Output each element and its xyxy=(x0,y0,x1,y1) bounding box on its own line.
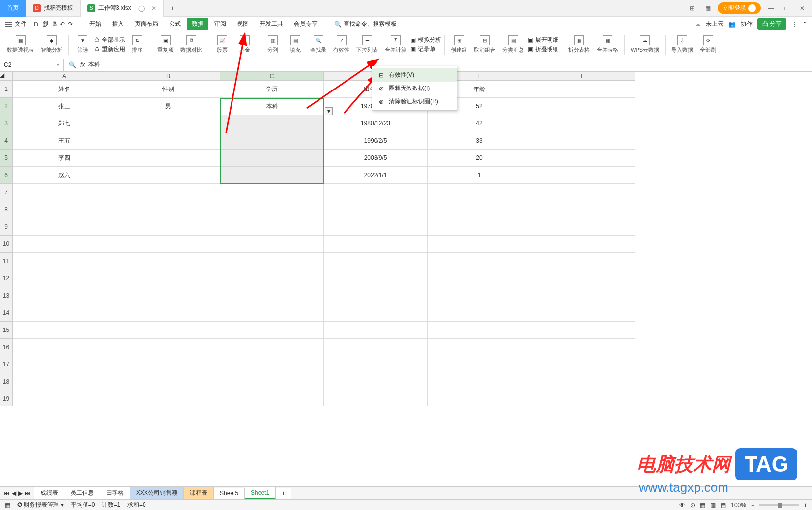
first-sheet-icon[interactable]: ⏮ xyxy=(4,490,10,497)
cell[interactable] xyxy=(531,115,635,132)
menu-layout[interactable]: 页面布局 xyxy=(130,18,163,30)
new-tab-button[interactable]: + xyxy=(164,0,181,17)
sheet-tab[interactable]: 成绩表 xyxy=(34,487,64,499)
chevron-down-icon[interactable]: ▾ xyxy=(57,61,59,68)
cell[interactable] xyxy=(13,236,116,253)
grid-icon[interactable]: ▦ xyxy=(702,2,714,14)
col-header-a[interactable]: A xyxy=(13,72,116,81)
command-search[interactable]: 🔍 查找命令、搜索模板 xyxy=(334,20,397,28)
cell[interactable] xyxy=(428,218,531,236)
fund-button[interactable]: ¥基金 xyxy=(234,32,256,57)
menu-clear-circles[interactable]: ⊗清除验证标识圈(R) xyxy=(372,95,457,108)
cell[interactable] xyxy=(428,287,531,304)
more-icon[interactable]: ⋮ xyxy=(791,21,797,28)
row-header[interactable]: 15 xyxy=(0,322,13,339)
cell[interactable] xyxy=(116,304,220,322)
prev-sheet-icon[interactable]: ◀ xyxy=(12,490,16,497)
cell[interactable] xyxy=(324,304,428,322)
cell[interactable] xyxy=(220,167,324,184)
template-tab[interactable]: D 找稻壳模板 xyxy=(26,0,81,17)
cell[interactable] xyxy=(428,390,531,406)
cell[interactable] xyxy=(428,236,531,253)
cell[interactable] xyxy=(220,184,324,201)
consolidate-button[interactable]: Σ合并计算 xyxy=(382,32,409,57)
cell[interactable] xyxy=(116,201,220,218)
cell[interactable] xyxy=(116,132,220,150)
undo-icon[interactable]: ↶ xyxy=(60,21,65,28)
stock-button[interactable]: 📈股票 xyxy=(211,32,233,57)
cell[interactable] xyxy=(220,236,324,253)
formula-input[interactable]: 本科 xyxy=(88,60,100,69)
mgmt-label[interactable]: ✪ 财务报表管理 ▾ xyxy=(17,501,64,509)
cell[interactable] xyxy=(428,253,531,270)
cell[interactable]: 性别 xyxy=(116,81,220,98)
cell[interactable]: 李四 xyxy=(13,150,116,167)
sheet-tab[interactable]: Sheet5 xyxy=(214,488,245,499)
cell[interactable] xyxy=(531,287,635,304)
cell[interactable] xyxy=(13,218,116,236)
cell[interactable] xyxy=(116,253,220,270)
cell[interactable] xyxy=(324,218,428,236)
cell[interactable] xyxy=(13,356,116,373)
cell[interactable] xyxy=(116,218,220,236)
cell[interactable] xyxy=(531,132,635,150)
cell[interactable] xyxy=(428,373,531,390)
reapply[interactable]: ♺ 重新应用 xyxy=(94,45,125,54)
sheet-tab[interactable]: 田字格 xyxy=(100,487,130,499)
cell[interactable] xyxy=(116,322,220,339)
cell[interactable] xyxy=(13,270,116,287)
minimize-icon[interactable]: — xyxy=(765,2,777,14)
cell[interactable] xyxy=(324,201,428,218)
row-header[interactable]: 7 xyxy=(0,184,13,201)
menu-view[interactable]: 视图 xyxy=(232,18,254,30)
ai-button[interactable]: ◆智能分析 xyxy=(38,32,65,57)
cell[interactable] xyxy=(116,236,220,253)
view1-icon[interactable]: ▦ xyxy=(700,502,705,509)
row-header[interactable]: 11 xyxy=(0,253,13,270)
cell[interactable] xyxy=(531,81,635,98)
save-icon[interactable]: 🗋 xyxy=(33,21,39,28)
show-all[interactable]: ♺ 全部显示 xyxy=(94,36,125,44)
cell[interactable] xyxy=(220,150,324,167)
cell[interactable] xyxy=(428,184,531,201)
maximize-icon[interactable]: □ xyxy=(781,2,792,14)
menu-member[interactable]: 会员专享 xyxy=(289,18,322,30)
compare-button[interactable]: ⧉数据对比 xyxy=(177,32,205,57)
login-button[interactable]: 立即登录 xyxy=(718,2,761,14)
add-sheet-button[interactable]: + xyxy=(276,488,291,499)
workbook-tab[interactable]: S 工作簿3.xlsx ◯ ✕ xyxy=(81,0,164,17)
cell[interactable] xyxy=(220,339,324,356)
cell[interactable] xyxy=(220,201,324,218)
cell[interactable] xyxy=(220,356,324,373)
row-header[interactable]: 14 xyxy=(0,304,13,322)
cloud-icon[interactable]: ☁ xyxy=(695,21,701,28)
cell[interactable] xyxy=(116,339,220,356)
cell[interactable] xyxy=(220,253,324,270)
share-button[interactable]: 凸 分享 xyxy=(757,18,786,30)
col-header-f[interactable]: F xyxy=(531,72,635,81)
cell-dropdown-arrow[interactable]: ▾ xyxy=(325,107,333,115)
row-header[interactable]: 18 xyxy=(0,373,13,390)
name-box[interactable]: C2 ▾ xyxy=(0,59,64,71)
cell[interactable] xyxy=(13,253,116,270)
row-header[interactable]: 8 xyxy=(0,201,13,218)
cell[interactable] xyxy=(116,115,220,132)
cell[interactable]: 2003/9/5 xyxy=(324,150,428,167)
col-header-b[interactable]: B xyxy=(116,72,220,81)
cell[interactable]: 2022/1/1 xyxy=(324,167,428,184)
cell[interactable] xyxy=(116,184,220,201)
cell[interactable] xyxy=(531,236,635,253)
cell[interactable] xyxy=(531,184,635,201)
cell[interactable] xyxy=(428,304,531,322)
row-header[interactable]: 13 xyxy=(0,287,13,304)
sheet-tab[interactable]: XXX公司销售额 xyxy=(130,487,184,499)
cell[interactable] xyxy=(324,287,428,304)
col-header-c[interactable]: C xyxy=(220,72,324,81)
sheet-mgmt-icon[interactable]: ▦ xyxy=(5,502,10,509)
cell[interactable]: 33 xyxy=(428,132,531,150)
cell[interactable] xyxy=(13,287,116,304)
cell[interactable]: 42 xyxy=(428,115,531,132)
cell[interactable] xyxy=(116,373,220,390)
cell[interactable] xyxy=(531,253,635,270)
group-button[interactable]: ⊞创建组 xyxy=(448,32,470,57)
